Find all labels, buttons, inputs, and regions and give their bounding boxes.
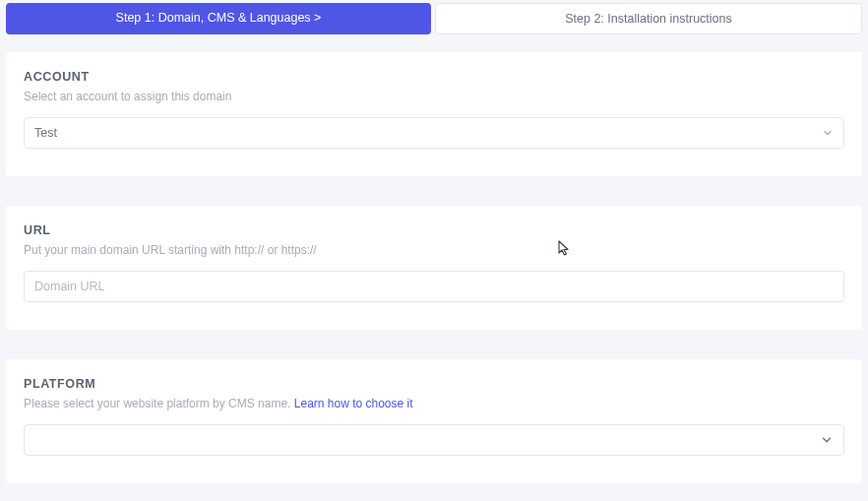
chevron-down-icon <box>822 127 834 139</box>
url-input[interactable] <box>34 280 834 293</box>
platform-title: PLATFORM <box>24 377 844 391</box>
platform-desc: Please select your website platform by C… <box>24 397 844 410</box>
tab-step-1[interactable]: Step 1: Domain, CMS & Languages > <box>6 3 431 34</box>
tab-step-2[interactable]: Step 2: Installation instructions <box>435 3 862 34</box>
tab-step-1-label: Step 1: Domain, CMS & Languages > <box>116 11 322 25</box>
account-select[interactable]: Test <box>24 117 844 149</box>
platform-select[interactable] <box>24 424 844 456</box>
account-select-value: Test <box>34 126 57 140</box>
platform-desc-text: Please select your website platform by C… <box>24 397 294 410</box>
tab-step-2-label: Step 2: Installation instructions <box>565 12 732 26</box>
platform-section: PLATFORM Please select your website plat… <box>6 359 862 483</box>
account-desc: Select an account to assign this domain <box>24 90 844 103</box>
url-section: URL Put your main domain URL starting wi… <box>6 206 862 330</box>
account-title: ACCOUNT <box>24 70 844 84</box>
step-tabs: Step 1: Domain, CMS & Languages > Step 2… <box>6 0 862 34</box>
url-input-wrap <box>24 271 844 302</box>
url-desc: Put your main domain URL starting with h… <box>24 243 844 257</box>
platform-learn-link[interactable]: Learn how to choose it <box>294 397 413 410</box>
chevron-down-icon <box>820 433 834 447</box>
account-section: ACCOUNT Select an account to assign this… <box>6 52 862 176</box>
url-title: URL <box>24 223 844 237</box>
